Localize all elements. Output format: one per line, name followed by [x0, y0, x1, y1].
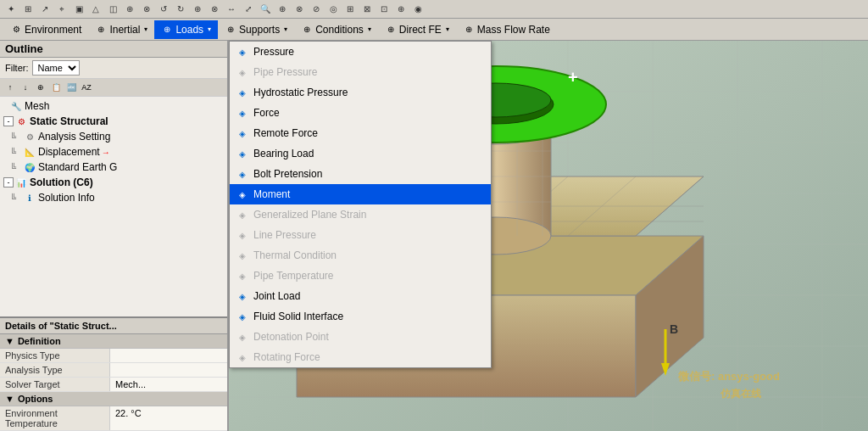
outline-tool-2[interactable]: ↓ — [19, 81, 32, 94]
tree-item-static-structural[interactable]: - ⚙ Static Structural — [0, 114, 227, 129]
menu-supports[interactable]: ⊕ Supports ▾ — [218, 20, 294, 39]
tree-item-standard-earth[interactable]: ╚ 🌍 Standard Earth G — [0, 160, 227, 175]
dropdown-fluid-solid[interactable]: ◈ Fluid Solid Interface — [230, 306, 491, 327]
physics-key: Physics Type — [0, 349, 110, 362]
filter-select[interactable]: Name — [32, 60, 80, 76]
toolbar-icon-16[interactable]: 🔍 — [258, 2, 273, 17]
toolbar-icon-22[interactable]: ⊠ — [359, 2, 375, 17]
details-row-analysis: Analysis Type — [0, 363, 227, 378]
toolbar-icon-17[interactable]: ⊕ — [275, 2, 290, 17]
outline-tool-3[interactable]: ⊕ — [34, 81, 47, 94]
inertial-icon: ⊕ — [95, 24, 107, 36]
svg-text:仿真在线: 仿真在线 — [720, 388, 762, 400]
bolt-label: Bolt Pretension — [253, 168, 322, 180]
outline-header: Outline — [0, 41, 227, 58]
details-row-physics: Physics Type — [0, 349, 227, 363]
rotating-force-icon: ◈ — [236, 351, 248, 363]
dropdown-moment[interactable]: ◈ Moment — [230, 184, 491, 204]
dropdown-joint-load[interactable]: ◈ Joint Load — [230, 286, 491, 306]
toolbar-icon-21[interactable]: ⊞ — [342, 2, 358, 17]
dropdown-hydrostatic[interactable]: ◈ Hydrostatic Pressure — [230, 82, 491, 103]
inertial-arrow: ▾ — [144, 25, 147, 33]
toolbar-icon-5[interactable]: ▣ — [71, 2, 86, 17]
opt-collapse-icon[interactable]: ▼ — [5, 394, 14, 404]
static-label: Static Structural — [30, 115, 108, 127]
outline-tool-4[interactable]: 📋 — [49, 81, 63, 94]
toggle-static[interactable]: - — [3, 116, 14, 126]
menu-inertial[interactable]: ⊕ Inertial ▾ — [88, 20, 154, 39]
outline-tree: 🔧 Mesh - ⚙ Static Structural ╚ ⚙ Analysi… — [0, 97, 227, 316]
static-icon: ⚙ — [15, 115, 27, 127]
dropdown-bearing-load[interactable]: ◈ Bearing Load — [230, 143, 491, 164]
toolbar-icon-20[interactable]: ◎ — [326, 2, 341, 17]
toolbar-icon-12[interactable]: ⊕ — [190, 2, 205, 17]
tree-item-analysis[interactable]: ╚ ⚙ Analysis Setting — [0, 129, 227, 144]
menu-conditions[interactable]: ⊕ Conditions ▾ — [294, 20, 378, 39]
detonation-label: Detonation Point — [253, 331, 329, 343]
details-panel: Details of "Static Struct... ▼ Definitio… — [0, 316, 227, 431]
toolbar-icon-4[interactable]: ⌖ — [54, 2, 70, 17]
tree-item-solution-info[interactable]: ╚ ℹ Solution Info — [0, 190, 227, 205]
analysis-type-val[interactable] — [110, 363, 227, 377]
toggle-solution[interactable]: - — [3, 177, 14, 188]
tree-item-solution[interactable]: - 📊 Solution (C6) — [0, 175, 227, 190]
toolbar-icon-9[interactable]: ⊗ — [139, 2, 154, 17]
toolbar-icon-25[interactable]: ◉ — [410, 2, 426, 17]
solver-val[interactable]: Mech... — [110, 378, 227, 391]
toolbar-icon-23[interactable]: ⊡ — [376, 2, 392, 17]
details-row-solver: Solver Target Mech... — [0, 378, 227, 392]
mass-flow-icon: ⊕ — [463, 24, 475, 36]
svg-text:微信号: ansys-good: 微信号: ansys-good — [677, 370, 780, 383]
bearing-load-label: Bearing Load — [253, 148, 314, 160]
thermal-icon: ◈ — [236, 249, 248, 261]
details-row-env-temp: Environment Temperature 22. °C — [0, 406, 227, 431]
dropdown-pressure[interactable]: ◈ Pressure — [230, 42, 491, 62]
toolbar-icon-1[interactable]: ✦ — [3, 2, 19, 17]
toolbar-icon-24[interactable]: ⊕ — [393, 2, 409, 17]
toolbar-icon-2[interactable]: ⊞ — [20, 2, 36, 17]
solution-label: Solution (C6) — [30, 176, 93, 188]
physics-val[interactable] — [110, 349, 227, 362]
menu-loads[interactable]: ⊕ Loads ▾ — [154, 20, 218, 39]
dropdown-force[interactable]: ◈ Force — [230, 103, 491, 123]
menu-mass-flow[interactable]: ⊕ Mass Flow Rate — [456, 20, 557, 39]
menu-direct-fe[interactable]: ⊕ Direct FE ▾ — [378, 20, 456, 39]
supports-arrow: ▾ — [284, 25, 287, 33]
remote-force-label: Remote Force — [253, 127, 318, 139]
loads-icon: ⊕ — [161, 24, 173, 36]
toolbar-icon-8[interactable]: ⊕ — [122, 2, 137, 17]
env-temp-val[interactable]: 22. °C — [110, 406, 227, 430]
toolbar-icon-10[interactable]: ↺ — [156, 2, 171, 17]
toolbar-icon-7[interactable]: ◫ — [105, 2, 120, 17]
toolbar-icon-19[interactable]: ⊘ — [309, 2, 324, 17]
hydrostatic-label: Hydrostatic Pressure — [253, 87, 348, 98]
toolbar-icon-11[interactable]: ↻ — [173, 2, 188, 17]
mesh-icon: 🔧 — [10, 100, 22, 112]
outline-tool-1[interactable]: ↑ — [3, 81, 17, 94]
menu-direct-fe-label: Direct FE — [399, 24, 442, 36]
toolbar-icon-13[interactable]: ⊗ — [207, 2, 222, 17]
toolbar-icon-6[interactable]: △ — [88, 2, 103, 17]
joint-load-icon: ◈ — [236, 290, 248, 302]
tree-item-mesh[interactable]: 🔧 Mesh — [0, 98, 227, 114]
toolbar-icon-15[interactable]: ⤢ — [241, 2, 256, 17]
fluid-solid-icon: ◈ — [236, 311, 248, 322]
joint-load-label: Joint Load — [253, 290, 300, 302]
dropdown-remote-force[interactable]: ◈ Remote Force — [230, 123, 491, 143]
toolbar-icon-18[interactable]: ⊗ — [292, 2, 307, 17]
toolbar-icon-14[interactable]: ↔ — [224, 2, 239, 17]
outline-tool-6[interactable]: AZ — [80, 81, 93, 94]
toolbar-icon-3[interactable]: ↗ — [37, 2, 53, 17]
dropdown-detonation: ◈ Detonation Point — [230, 327, 491, 347]
def-collapse-icon[interactable]: ▼ — [5, 336, 14, 346]
pressure-label: Pressure — [253, 46, 294, 58]
tree-item-displacement[interactable]: ╚ 📐 Displacement → — [0, 144, 227, 160]
menu-supports-label: Supports — [239, 24, 280, 36]
dropdown-pipe-pressure: ◈ Pipe Pressure — [230, 62, 491, 82]
outline-toolbar: ↑ ↓ ⊕ 📋 🔤 AZ — [0, 79, 227, 97]
solver-key: Solver Target — [0, 378, 110, 391]
dropdown-bolt[interactable]: ◈ Bolt Pretension — [230, 164, 491, 184]
loads-arrow: ▾ — [208, 25, 211, 33]
menu-environment[interactable]: ⚙ Environment — [3, 20, 88, 39]
outline-tool-5[interactable]: 🔤 — [64, 81, 78, 94]
